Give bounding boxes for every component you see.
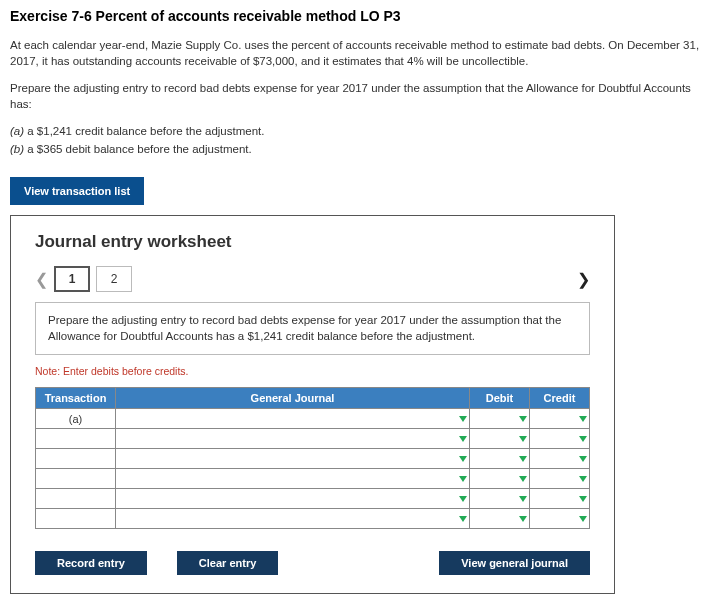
cell-transaction	[36, 429, 116, 449]
option-b: (b) a $365 debit balance before the adju…	[10, 142, 711, 158]
cell-general-journal[interactable]	[116, 429, 470, 449]
option-a-text: a $1,241 credit balance before the adjus…	[27, 125, 264, 137]
table-row	[36, 509, 590, 529]
chevron-down-icon	[519, 456, 527, 462]
chevron-down-icon	[579, 476, 587, 482]
col-transaction: Transaction	[36, 388, 116, 409]
tab-1[interactable]: 1	[54, 266, 90, 292]
chevron-down-icon	[519, 436, 527, 442]
chevron-down-icon	[579, 436, 587, 442]
option-a: (a) a $1,241 credit balance before the a…	[10, 124, 711, 140]
cell-transaction	[36, 449, 116, 469]
tab-2[interactable]: 2	[96, 266, 132, 292]
cell-general-journal[interactable]	[116, 469, 470, 489]
cell-debit[interactable]	[470, 409, 530, 429]
chevron-down-icon	[579, 496, 587, 502]
debits-credits-note: Note: Enter debits before credits.	[35, 365, 590, 377]
table-row: (a)	[36, 409, 590, 429]
chevron-right-icon[interactable]: ❯	[577, 270, 590, 289]
table-row	[36, 429, 590, 449]
problem-paragraph-2: Prepare the adjusting entry to record ba…	[10, 81, 711, 112]
cell-general-journal[interactable]	[116, 489, 470, 509]
table-row	[36, 449, 590, 469]
cell-credit[interactable]	[530, 429, 590, 449]
cell-credit[interactable]	[530, 489, 590, 509]
clear-entry-button[interactable]: Clear entry	[177, 551, 278, 575]
chevron-down-icon	[579, 416, 587, 422]
table-row	[36, 489, 590, 509]
cell-transaction	[36, 509, 116, 529]
bottom-button-row: Record entry Clear entry View general jo…	[35, 551, 590, 575]
worksheet-heading: Journal entry worksheet	[35, 232, 590, 252]
cell-debit[interactable]	[470, 489, 530, 509]
journal-entry-panel: Journal entry worksheet ❮ 1 2 ❯ Prepare …	[10, 215, 615, 594]
exercise-title: Exercise 7-6 Percent of accounts receiva…	[10, 8, 711, 24]
problem-paragraph-1: At each calendar year-end, Mazie Supply …	[10, 38, 711, 69]
chevron-down-icon	[519, 416, 527, 422]
chevron-down-icon	[459, 416, 467, 422]
cell-credit[interactable]	[530, 509, 590, 529]
option-a-prefix: (a)	[10, 125, 27, 137]
cell-general-journal[interactable]	[116, 509, 470, 529]
cell-credit[interactable]	[530, 409, 590, 429]
chevron-down-icon	[459, 516, 467, 522]
cell-transaction	[36, 469, 116, 489]
chevron-down-icon	[519, 516, 527, 522]
cell-debit[interactable]	[470, 449, 530, 469]
cell-general-journal[interactable]	[116, 409, 470, 429]
table-row	[36, 469, 590, 489]
cell-credit[interactable]	[530, 469, 590, 489]
col-general-journal: General Journal	[116, 388, 470, 409]
view-general-journal-button[interactable]: View general journal	[439, 551, 590, 575]
journal-table: Transaction General Journal Debit Credit…	[35, 387, 590, 529]
instruction-box: Prepare the adjusting entry to record ba…	[35, 302, 590, 355]
chevron-down-icon	[579, 456, 587, 462]
cell-debit[interactable]	[470, 429, 530, 449]
cell-debit[interactable]	[470, 469, 530, 489]
cell-transaction	[36, 489, 116, 509]
col-debit: Debit	[470, 388, 530, 409]
cell-general-journal[interactable]	[116, 449, 470, 469]
chevron-down-icon	[459, 456, 467, 462]
cell-credit[interactable]	[530, 449, 590, 469]
view-transaction-list-button[interactable]: View transaction list	[10, 177, 144, 205]
option-b-text: a $365 debit balance before the adjustme…	[27, 143, 251, 155]
chevron-left-icon[interactable]: ❮	[35, 270, 48, 289]
option-b-prefix: (b)	[10, 143, 27, 155]
chevron-down-icon	[459, 436, 467, 442]
record-entry-button[interactable]: Record entry	[35, 551, 147, 575]
chevron-down-icon	[579, 516, 587, 522]
chevron-down-icon	[459, 476, 467, 482]
chevron-down-icon	[519, 496, 527, 502]
pager-row: ❮ 1 2 ❯	[35, 266, 590, 292]
cell-transaction: (a)	[36, 409, 116, 429]
chevron-down-icon	[459, 496, 467, 502]
chevron-down-icon	[519, 476, 527, 482]
col-credit: Credit	[530, 388, 590, 409]
cell-debit[interactable]	[470, 509, 530, 529]
